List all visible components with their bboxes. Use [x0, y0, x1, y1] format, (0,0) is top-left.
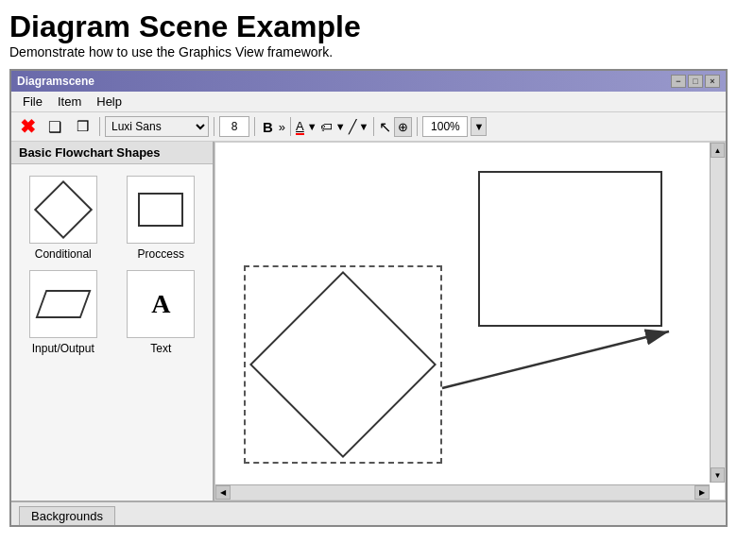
scroll-h-track[interactable] — [231, 485, 694, 500]
zoom-dropdown-button[interactable]: ▼ — [471, 117, 487, 136]
horizontal-scrollbar[interactable]: ◀ ▶ — [215, 484, 710, 500]
menu-file[interactable]: File — [15, 93, 50, 110]
zoom-input[interactable] — [422, 116, 468, 137]
shape-input-output[interactable]: Input/Output — [19, 270, 108, 355]
shape-box-process — [127, 176, 195, 244]
shape-label-text: Text — [150, 342, 171, 355]
backgrounds-tab[interactable]: Backgrounds — [19, 506, 115, 525]
arrows-button[interactable]: » — [279, 120, 285, 134]
scroll-right-button[interactable]: ▶ — [694, 485, 710, 500]
pointer-button[interactable]: ↖ — [379, 118, 391, 136]
color-dropdown-button[interactable]: ▼ — [307, 121, 317, 132]
toolbar: ✖ ❑ ❒ Luxi Sans B » A ▼ 🏷 ▼ ╱ ▼ ↖ ⊕ ▼ — [11, 112, 726, 142]
shape-box-conditional — [29, 176, 97, 244]
shape-conditional[interactable]: Conditional — [19, 176, 108, 261]
rect-icon — [138, 193, 183, 227]
menubar: File Item Help — [11, 92, 726, 112]
shape-box-input-output — [29, 270, 97, 338]
maximize-button[interactable]: □ — [688, 75, 703, 88]
menu-item[interactable]: Item — [50, 93, 89, 110]
titlebar-title: Diagramscene — [17, 75, 94, 88]
shape-label-process: Proccess — [138, 247, 184, 261]
minimize-button[interactable]: − — [671, 75, 686, 88]
sep6 — [417, 117, 418, 136]
shapes-grid: Conditional Proccess Input/Output — [11, 164, 213, 366]
bottom-bar: Backgrounds — [11, 501, 726, 525]
svg-line-1 — [442, 331, 669, 388]
titlebar: Diagramscene − □ × — [11, 71, 726, 92]
text-icon: A — [151, 291, 170, 317]
delete-button[interactable]: ✖ — [15, 115, 40, 138]
left-panel: Basic Flowchart Shapes Conditional Procc… — [11, 142, 214, 501]
scene-button[interactable]: ⊕ — [394, 117, 412, 137]
font-size-input[interactable] — [219, 116, 249, 137]
diamond-icon — [34, 180, 93, 239]
vertical-scrollbar[interactable]: ▲ ▼ — [710, 143, 725, 483]
tag-icon[interactable]: 🏷 — [320, 120, 333, 134]
scroll-v-track[interactable] — [711, 158, 725, 467]
tag-dropdown-button[interactable]: ▼ — [335, 121, 346, 132]
page-subtitle: Demonstrate how to use the Graphics View… — [9, 44, 745, 59]
menu-help[interactable]: Help — [89, 93, 129, 110]
large-diamond-shape[interactable] — [249, 271, 437, 458]
canvas-area[interactable]: ▲ ▼ ◀ ▶ — [214, 142, 726, 501]
shape-box-text: A — [127, 270, 195, 338]
app-window: Diagramscene − □ × File Item Help ✖ ❑ ❒ … — [9, 69, 728, 527]
line-color-button[interactable]: ╱ — [349, 119, 356, 134]
shape-process[interactable]: Proccess — [117, 176, 206, 261]
sep3 — [254, 117, 255, 136]
titlebar-buttons: − □ × — [671, 75, 720, 88]
canvas-inner — [215, 143, 710, 484]
shape-label-conditional: Conditional — [35, 247, 92, 261]
panel-header: Basic Flowchart Shapes — [11, 142, 213, 164]
sep5 — [373, 117, 374, 136]
close-button[interactable]: × — [705, 75, 720, 88]
main-area: Basic Flowchart Shapes Conditional Procc… — [11, 142, 726, 501]
underline-color-button[interactable]: A — [296, 119, 304, 135]
shape-label-input-output: Input/Output — [32, 342, 94, 355]
sep2 — [214, 117, 214, 136]
line-dropdown-button[interactable]: ▼ — [359, 121, 369, 132]
shape-text[interactable]: A Text — [117, 270, 206, 355]
canvas-rectangle[interactable] — [478, 171, 662, 327]
scroll-left-button[interactable]: ◀ — [215, 485, 231, 500]
scroll-down-button[interactable]: ▼ — [711, 467, 725, 483]
scroll-up-button[interactable]: ▲ — [711, 143, 725, 158]
font-family-select[interactable]: Luxi Sans — [105, 116, 209, 137]
large-diamond-wrapper — [248, 270, 437, 459]
copy-button[interactable]: ❑ — [43, 115, 67, 138]
paste-button[interactable]: ❒ — [70, 115, 94, 138]
parallelogram-icon — [35, 290, 91, 318]
sep4 — [290, 117, 291, 136]
bold-button[interactable]: B — [260, 119, 276, 135]
sep1 — [99, 117, 100, 136]
page-title: Diagram Scene Example — [9, 9, 745, 44]
